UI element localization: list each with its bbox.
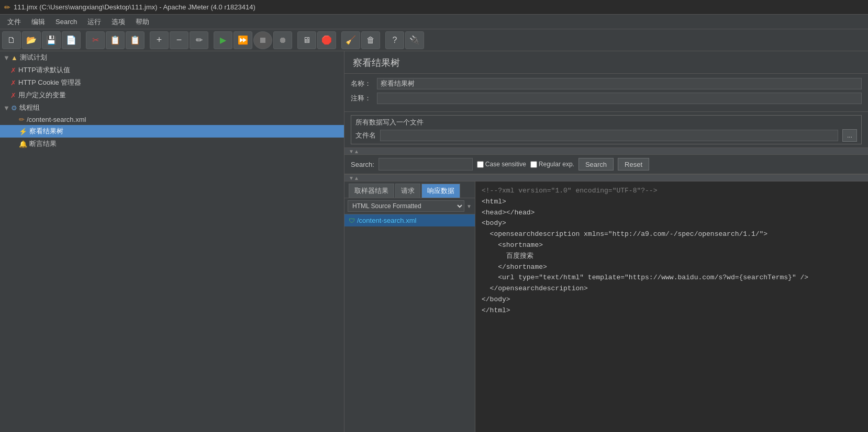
xml-line-7: 百度搜索 (482, 251, 862, 262)
menu-file[interactable]: 文件 (2, 15, 26, 29)
tree-label-thread-group: 线程组 (19, 103, 40, 112)
paste-button[interactable]: 📋 (126, 31, 144, 49)
regex-checkbox-label[interactable]: Regular exp. (530, 161, 574, 168)
search-input[interactable] (379, 158, 473, 170)
right-panel: 察看结果树 名称： 注释： 所有数据写入一个文件 文件名 ... ▼▲ (344, 51, 868, 432)
reset-button[interactable]: Reset (618, 158, 649, 170)
panel-title-text: 察看结果树 (353, 58, 400, 68)
case-sensitive-checkbox-label[interactable]: Case sensitive (477, 161, 526, 168)
xml-line-9: <url type="text/html" template="https://… (482, 272, 862, 283)
content-view: <!--?xml version="1.0" encoding="UTF-8"?… (475, 181, 868, 432)
menu-run[interactable]: 运行 (82, 15, 106, 29)
comment-input[interactable] (377, 93, 862, 104)
search-bar: Search: Case sensitive Regular exp. Sear… (344, 155, 868, 174)
xml-line-4: <body> (482, 218, 862, 229)
clear-all-button[interactable]: 🗑 (361, 31, 380, 49)
xml-line-1: <!--?xml version="1.0" encoding="UTF-8"?… (482, 186, 862, 197)
name-label: 名称： (351, 79, 377, 88)
search-label: Search: (351, 161, 374, 168)
xml-line-3: <head></head> (482, 208, 862, 219)
menu-search[interactable]: Search (50, 16, 82, 28)
xml-line-2: <html> (482, 197, 862, 208)
sampler-item-content-search[interactable]: 🛡 /content-search.xml (344, 214, 475, 226)
tree-label-test-plan: 测试计划 (20, 53, 47, 62)
menu-options[interactable]: 选项 (106, 15, 130, 29)
menu-edit[interactable]: 编辑 (26, 15, 50, 29)
tree-item-assert-results[interactable]: 🔔 断言结果 (0, 138, 344, 150)
filename-input[interactable] (380, 130, 838, 141)
tree-label-view-results: 察看结果树 (29, 127, 63, 136)
tree-item-test-plan[interactable]: ▼ ▲ 测试计划 (0, 51, 344, 64)
shutdown-button[interactable]: ⏺ (273, 31, 292, 49)
form-area: 名称： 注释： (344, 74, 868, 112)
xml-content: <!--?xml version="1.0" encoding="UTF-8"?… (482, 186, 862, 316)
regex-checkbox[interactable] (530, 161, 537, 168)
xml-line-5: <opensearchdescription xmlns="http://a9.… (482, 229, 862, 240)
write-all-title: 所有数据写入一个文件 (355, 118, 857, 127)
tree-label-http-cookie: HTTP Cookie 管理器 (18, 78, 81, 87)
tree-item-http-cookie[interactable]: ✗ HTTP Cookie 管理器 (0, 76, 344, 89)
comment-label: 注释： (351, 94, 377, 103)
tree-item-user-vars[interactable]: ✗ 用户定义的变量 (0, 89, 344, 101)
window-title: 111.jmx (C:\Users\wangxiang\Desktop\111.… (14, 3, 255, 11)
tree-label-content-search: /content-search.xml (27, 116, 86, 123)
filename-label: 文件名 (355, 131, 376, 140)
panel-title: 察看结果树 (344, 51, 868, 74)
copy-button[interactable]: 📋 (106, 31, 125, 49)
help-button[interactable]: ? (385, 31, 404, 49)
tab-request[interactable]: 请求 (395, 184, 420, 198)
remote-button[interactable]: 🖥 (297, 31, 316, 49)
tree-label-user-vars: 用户定义的变量 (18, 90, 66, 100)
xml-line-12: </html> (482, 305, 862, 316)
tree-label-http-defaults: HTTP请求默认值 (18, 65, 70, 75)
xml-line-8: </shortname> (482, 262, 862, 273)
sampler-list: 取样器结果 请求 响应数据 HTML Source Formatted Text… (344, 181, 475, 432)
regex-label: Regular exp. (539, 161, 574, 168)
stop-button[interactable]: ⏹ (253, 31, 272, 49)
arrow-divider-2: ▼▲ (344, 174, 868, 181)
tree-label-assert-results: 断言结果 (29, 139, 57, 149)
save-button[interactable]: 💾 (42, 31, 61, 49)
bottom-area: 取样器结果 请求 响应数据 HTML Source Formatted Text… (344, 181, 868, 432)
xml-line-6: <shortname> (482, 240, 862, 251)
status-success-icon: 🛡 (349, 217, 355, 224)
open-button[interactable]: 📂 (22, 31, 41, 49)
cut-button[interactable]: ✂ (86, 31, 105, 49)
case-sensitive-checkbox[interactable] (477, 161, 484, 168)
plugin-button[interactable]: 🔌 (405, 31, 424, 49)
tree-item-thread-group[interactable]: ▼ ⚙ 线程组 (0, 101, 344, 114)
xml-line-11: </body> (482, 294, 862, 305)
arrow-divider-1: ▼▲ (344, 147, 868, 155)
name-input[interactable] (377, 78, 862, 89)
tree-item-content-search[interactable]: ✏ /content-search.xml (0, 114, 344, 125)
dropdown-arrow-icon: ▼ (466, 203, 472, 209)
clear-button[interactable]: 🧹 (341, 31, 360, 49)
new-button[interactable]: 🗋 (2, 31, 21, 49)
tab-sampler-results[interactable]: 取样器结果 (349, 184, 394, 198)
tab-response-data[interactable]: 响应数据 (421, 184, 460, 198)
run-button[interactable]: ▶ (214, 31, 232, 49)
format-dropdown[interactable]: HTML Source Formatted Text XML JSON (348, 200, 464, 212)
tree-item-http-defaults[interactable]: ✗ HTTP请求默认值 (0, 64, 344, 76)
saveas-button[interactable]: 📄 (62, 31, 81, 49)
tree-item-view-results[interactable]: ⚡ 察看结果树 (0, 125, 344, 138)
format-selector: HTML Source Formatted Text XML JSON ▼ (344, 198, 475, 214)
menu-bar: 文件 编辑 Search 运行 选项 帮助 (0, 15, 868, 29)
remote-stop-button[interactable]: 🛑 (317, 31, 336, 49)
toolbar: 🗋 📂 💾 📄 ✂ 📋 📋 + − ✏ ▶ ⏩ ⏹ ⏺ 🖥 🛑 🧹 🗑 ? 🔌 (0, 29, 868, 51)
sampler-item-label: /content-search.xml (357, 217, 416, 224)
write-all-section: 所有数据写入一个文件 文件名 ... (351, 115, 862, 144)
left-panel: ▼ ▲ 测试计划 ✗ HTTP请求默认值 ✗ HTTP Cookie 管理器 ✗… (0, 51, 344, 432)
run-all-button[interactable]: ⏩ (233, 31, 252, 49)
xml-line-10: </opensearchdescription> (482, 283, 862, 294)
edit-button[interactable]: ✏ (190, 31, 208, 49)
menu-help[interactable]: 帮助 (130, 15, 154, 29)
add-button[interactable]: + (150, 31, 169, 49)
sampler-tabs: 取样器结果 请求 响应数据 (344, 181, 475, 198)
case-sensitive-label: Case sensitive (485, 161, 526, 168)
remove-button[interactable]: − (170, 31, 188, 49)
search-button[interactable]: Search (578, 158, 614, 170)
main-area: ▼ ▲ 测试计划 ✗ HTTP请求默认值 ✗ HTTP Cookie 管理器 ✗… (0, 51, 868, 432)
pencil-icon: ✏ (4, 3, 10, 12)
browse-button[interactable]: ... (842, 129, 857, 142)
